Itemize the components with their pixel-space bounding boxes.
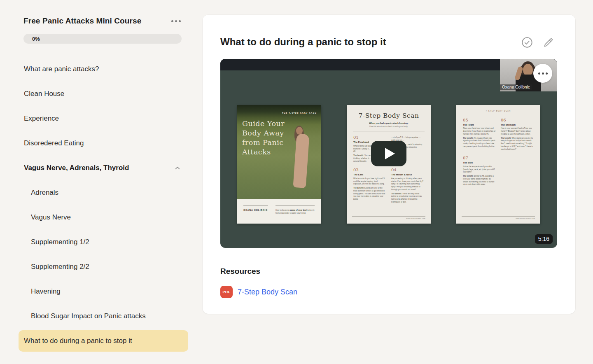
sidebar-section-vagus-nerve-adrenals-thyroid[interactable]: Vagus Nerve, Adrenals, Thyroid xyxy=(19,157,188,179)
pdf-cover-page: THE 7-STEP BODY SCAN Guide Your Body Awa… xyxy=(237,105,321,224)
pdf-icon: PDF xyxy=(220,286,233,298)
resource-link[interactable]: 7-Step Body Scan xyxy=(238,288,297,296)
cover-footer: OXANA COLIBNIC How to become aware of yo… xyxy=(237,199,321,224)
resources-heading: Resources xyxy=(220,267,260,276)
sidebar-item-blood-sugar-impact[interactable]: Blood Sugar Impact on Panic attacks xyxy=(19,306,188,327)
page2-section-04: 04 The Mouth & Nose Are you eating or dr… xyxy=(391,168,424,205)
lesson-nav: What are panic attacks? Clean House Expe… xyxy=(19,58,188,355)
sidebar-item-supplementing-1-2[interactable]: Supplementing 1/2 xyxy=(19,231,188,253)
edit-lesson-button[interactable] xyxy=(542,37,554,48)
sidebar-item-what-are-panic-attacks[interactable]: What are panic attacks? xyxy=(19,58,188,80)
player-ellipsis-button[interactable] xyxy=(533,64,552,83)
cover-title: Guide Your Body Away from Panic Attacks xyxy=(242,119,285,156)
lesson-title: What to do during a panic to stop it xyxy=(220,36,386,48)
sidebar-item-clean-house[interactable]: Clean House xyxy=(19,83,188,105)
course-title: Free Panic Attacks Mini Course xyxy=(23,16,141,26)
sidebar-item-havening[interactable]: Havening xyxy=(19,281,188,302)
page2-section-03: 03 The Ears What sounds do you hear righ… xyxy=(353,168,386,205)
page2-title: 7-Step Body Scan xyxy=(352,112,425,119)
course-progress-bar: 0% xyxy=(23,34,182,44)
video-player[interactable]: THE 7-STEP BODY SCAN Guide Your Body Awa… xyxy=(220,59,557,248)
page3-header: 7-STEP BODY SCAN xyxy=(462,110,535,112)
check-circle-icon xyxy=(521,37,533,48)
page2-footer-url: www.oxanacolibnic.com xyxy=(352,216,425,219)
page3-footer-url: www.oxanacolibnic.com xyxy=(462,216,535,219)
lesson-card: What to do during a panic to stop it xyxy=(203,15,575,314)
cover-tagline: How to become aware of your body when it… xyxy=(275,209,315,215)
page3-section-06: 06 The Stomach How is your stomach feeli… xyxy=(501,117,534,152)
play-icon xyxy=(385,148,395,159)
pdf-page-3: 7-STEP BODY SCAN 05 The Heart Place your… xyxy=(456,105,540,224)
sidebar-item-disoredered-eating[interactable]: Disoredered Eating xyxy=(19,133,188,154)
presenter-name-label: Oxana Colibnic xyxy=(500,84,532,90)
sidebar-item-experience[interactable]: Experience xyxy=(19,108,188,129)
chevron-up-icon[interactable] xyxy=(174,164,181,172)
play-button[interactable] xyxy=(371,141,406,166)
mark-complete-button[interactable] xyxy=(521,37,533,48)
sidebar-item-supplementing-2-2[interactable]: Supplementing 2/2 xyxy=(19,256,188,278)
video-duration-badge: 5:16 xyxy=(535,234,553,244)
sidebar-header: Free Panic Attacks Mini Course xyxy=(23,16,182,26)
sidebar-item-vagus-nerve[interactable]: Vagus Nerve xyxy=(19,207,188,228)
sidebar-item-adrenals[interactable]: Adrenals xyxy=(19,182,188,203)
page3-section-05: 05 The Heart Place your hand over your c… xyxy=(463,117,496,152)
ellipsis-menu-icon[interactable] xyxy=(170,19,182,24)
sidebar-item-what-to-do-during-a-panic[interactable]: What to do during a panic to stop it xyxy=(19,330,188,352)
lesson-actions xyxy=(521,37,554,48)
pencil-icon xyxy=(543,37,554,48)
page3-section-07: 07 The Skin Notice the temperature of yo… xyxy=(463,156,496,187)
cover-kicker: THE 7-STEP BODY SCAN xyxy=(282,112,317,114)
progress-value: 0% xyxy=(32,36,40,42)
resource-item[interactable]: PDF 7-Step Body Scan xyxy=(220,286,297,298)
cover-author: OXANA COLIBNIC xyxy=(243,209,268,211)
